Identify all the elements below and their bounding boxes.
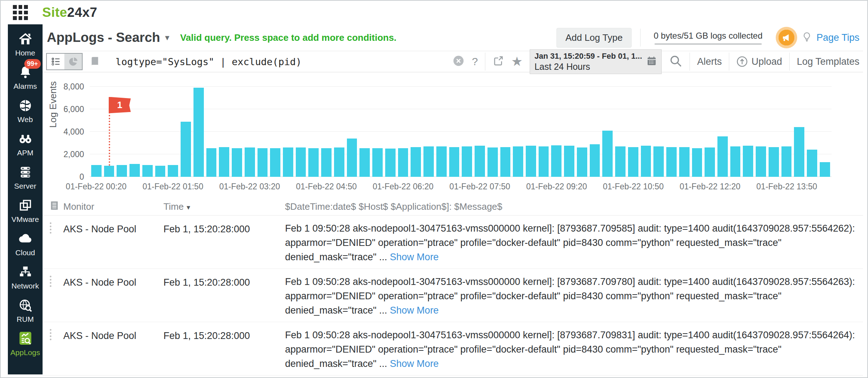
log-events-bar[interactable]: [91, 165, 102, 177]
log-events-bar[interactable]: [487, 147, 498, 177]
show-more-link[interactable]: Show More: [390, 305, 439, 316]
page-tips[interactable]: Page Tips: [776, 27, 859, 48]
sidebar-item-applogs[interactable]: AppLogs: [8, 330, 43, 357]
query-input[interactable]: logtype="SysLogs" | exclude(pid): [116, 56, 301, 67]
add-log-type-button[interactable]: Add Log Type: [556, 28, 632, 48]
log-events-bar[interactable]: [359, 148, 370, 177]
alerts-button[interactable]: Alerts: [697, 56, 722, 67]
log-events-bar[interactable]: [155, 166, 166, 177]
log-events-bar[interactable]: [756, 146, 766, 177]
upload-button[interactable]: Upload: [736, 56, 782, 67]
clear-query-icon[interactable]: [452, 55, 465, 68]
alert-flag-marker[interactable]: 1: [109, 97, 131, 113]
log-events-bar[interactable]: [423, 146, 434, 177]
log-events-bar[interactable]: [794, 127, 804, 177]
log-events-bar[interactable]: [129, 164, 140, 177]
log-events-bar[interactable]: [347, 139, 357, 177]
log-events-bar[interactable]: [615, 146, 626, 177]
log-events-bar[interactable]: [705, 147, 715, 177]
title-caret-icon[interactable]: ▾: [165, 33, 170, 43]
log-events-bar[interactable]: [372, 148, 383, 177]
log-templates-button[interactable]: Log Templates: [797, 56, 859, 67]
sidebar-item-apm[interactable]: APM: [8, 130, 43, 157]
log-events-bar[interactable]: [730, 146, 741, 177]
app-switcher-icon[interactable]: [13, 5, 28, 20]
log-events-bar[interactable]: [781, 146, 792, 177]
sidebar-item-home[interactable]: Home: [8, 30, 43, 57]
log-events-bar[interactable]: [219, 147, 229, 177]
log-events-bar[interactable]: [258, 148, 268, 177]
log-events-bar[interactable]: [245, 147, 255, 177]
chart-view-button[interactable]: [64, 54, 82, 69]
log-events-bar[interactable]: [653, 146, 664, 177]
log-events-bar[interactable]: [602, 131, 613, 177]
page-tips-label[interactable]: Page Tips: [816, 32, 859, 43]
log-events-bar[interactable]: [807, 150, 817, 177]
site24x7-logo[interactable]: Site24x7: [42, 5, 97, 20]
megaphone-icon[interactable]: [776, 27, 797, 48]
row-menu-icon[interactable]: [49, 221, 52, 239]
log-events-bar[interactable]: [820, 162, 830, 177]
log-events-bar[interactable]: [628, 147, 638, 177]
log-events-bar[interactable]: [308, 148, 319, 177]
row-menu-icon[interactable]: [49, 328, 52, 346]
log-events-bar[interactable]: [551, 145, 561, 177]
sidebar-item-web[interactable]: Web: [8, 97, 43, 124]
sidebar-item-vmware[interactable]: VMware: [8, 197, 43, 224]
log-events-bar[interactable]: 1: [104, 166, 114, 177]
log-events-bar[interactable]: [398, 148, 408, 177]
log-events-bar[interactable]: [449, 147, 460, 177]
log-events-bar[interactable]: [283, 147, 293, 177]
log-events-bar[interactable]: [641, 146, 651, 177]
favorite-icon[interactable]: ★: [511, 55, 523, 68]
log-events-bar[interactable]: [385, 149, 396, 177]
sidebar-item-cloud[interactable]: Cloud: [8, 230, 43, 257]
log-events-bar[interactable]: [526, 146, 536, 177]
log-events-bar[interactable]: [117, 165, 127, 177]
list-view-button[interactable]: [47, 54, 64, 69]
log-events-bar[interactable]: [436, 146, 447, 177]
log-events-bar[interactable]: [206, 148, 217, 177]
log-events-bar[interactable]: [513, 146, 523, 177]
sidebar-item-rum[interactable]: RUM: [8, 296, 43, 324]
log-events-bar[interactable]: [743, 146, 753, 177]
log-events-bar[interactable]: [334, 147, 344, 177]
show-more-link[interactable]: Show More: [390, 358, 439, 369]
help-icon[interactable]: ?: [472, 55, 478, 68]
share-icon[interactable]: [492, 55, 504, 68]
row-menu-icon[interactable]: [49, 275, 52, 293]
sidebar-item-alarms[interactable]: 99+Alarms: [8, 63, 43, 91]
log-events-bar[interactable]: [539, 146, 549, 177]
log-events-bar[interactable]: [769, 147, 779, 177]
log-events-bar[interactable]: [296, 147, 306, 177]
log-events-bar[interactable]: [462, 146, 472, 177]
saved-queries-icon[interactable]: [89, 56, 100, 67]
log-events-bar[interactable]: [666, 147, 677, 177]
log-events-bar[interactable]: [232, 148, 242, 177]
globe-icon: [18, 97, 33, 113]
log-events-bar[interactable]: [679, 147, 690, 177]
log-events-bar[interactable]: [590, 144, 600, 177]
date-range-picker[interactable]: Jan 31, 15:20:59 - Feb 01, 1... Last 24 …: [530, 49, 662, 74]
log-events-bar[interactable]: [475, 146, 485, 177]
log-events-bar[interactable]: [564, 146, 574, 177]
log-events-bar[interactable]: [142, 165, 153, 177]
log-events-bar[interactable]: [168, 165, 178, 177]
log-events-bar[interactable]: [181, 122, 191, 177]
log-events-bar[interactable]: [692, 148, 702, 177]
sidebar-item-network[interactable]: Network: [8, 263, 43, 290]
log-events-bar[interactable]: [717, 136, 728, 177]
column-time[interactable]: Time▾: [163, 201, 285, 212]
sidebar-item-server[interactable]: Server: [8, 163, 43, 190]
log-events-bar[interactable]: [270, 148, 280, 177]
show-more-link[interactable]: Show More: [390, 252, 439, 262]
search-icon[interactable]: [669, 54, 682, 69]
table-list-icon[interactable]: [43, 200, 63, 213]
log-events-bar[interactable]: [411, 147, 421, 177]
log-events-bar[interactable]: [193, 88, 204, 177]
log-events-bar[interactable]: [321, 148, 332, 177]
x-tick-label: 01-Feb-22 09:20: [526, 182, 587, 192]
log-events-bar[interactable]: [500, 147, 511, 177]
log-events-bar[interactable]: [577, 147, 587, 177]
column-monitor: Monitor: [63, 201, 163, 212]
